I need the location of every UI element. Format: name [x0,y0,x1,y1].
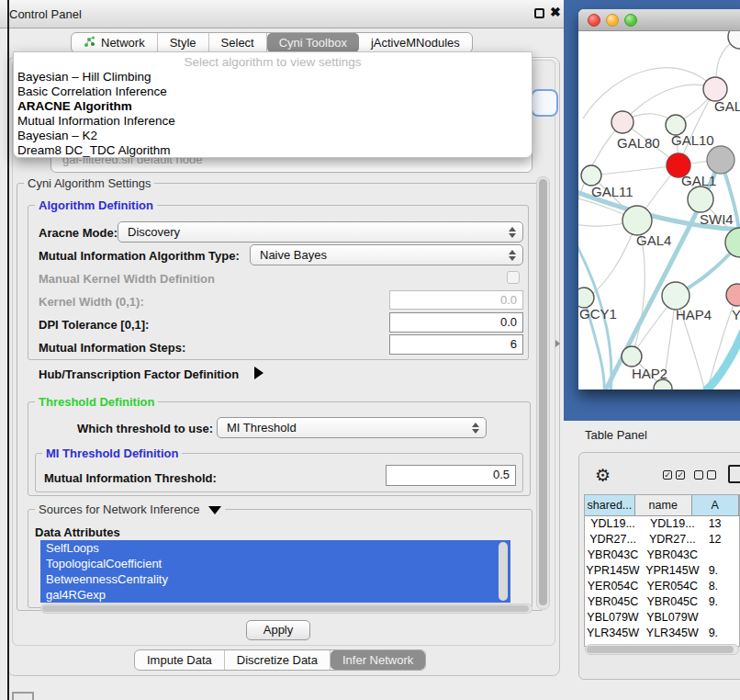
network-icon [84,36,95,51]
mi-algorithm-type-combo[interactable]: Naive Bayes [250,244,523,265]
list-item[interactable]: BetweennessCentrality [40,571,510,587]
table-cell: YER054C [585,579,641,594]
list-item[interactable]: TopologicalCoefficient [40,556,510,571]
tab-label: Style [170,36,196,50]
table-cell: 9. [704,563,739,579]
gear-icon[interactable]: ⚙ [595,465,611,486]
table-cell: YDL19... [641,516,704,532]
node-label: GAL10 [671,132,714,148]
unchecked-checkboxes-icon[interactable] [694,470,716,480]
close-icon[interactable]: ✖ [550,5,561,19]
dropdown-item-selected[interactable]: ARACNE Algorithm [14,99,532,114]
table-cell: YLR345W [641,626,704,641]
table-header-row: shared... name A [585,495,739,516]
aracne-mode-value: Discovery [128,225,180,239]
table-cell: YBR043C [641,548,704,563]
apply-button[interactable]: Apply [246,620,310,640]
table-row[interactable]: YLR345WYLR345W9. [585,626,739,641]
network-graph [578,31,740,390]
float-window-icon[interactable] [534,8,544,18]
node-label: HAP2 [632,366,667,381]
network-canvas[interactable]: GAL GAL80 GAL10 GAL1 GAL11 SWI4 GAL4 GCY… [578,31,740,390]
tab-label: Network [101,36,145,50]
sources-title: Sources for Network Inference [35,502,225,516]
table-cell: YPR145W [641,563,704,579]
mi-threshold-title: MI Threshold Definition [42,446,182,460]
tab-cyni-toolbox[interactable]: Cyni Toolbox [267,33,359,52]
tab-infer-network[interactable]: Infer Network [331,650,425,670]
algorithm-dropdown: Select algorithm to view settings Bayesi… [13,51,533,158]
table-row[interactable]: YBR043CYBR043C [585,548,739,563]
dropdown-item[interactable]: Mutual Information Inference [14,114,532,129]
dpi-tolerance-label: DPI Tolerance [0,1]: [39,318,149,332]
which-threshold-label: Which threshold to use: [77,422,213,435]
tab-impute-data[interactable]: Impute Data [135,650,225,670]
tab-jactivemnodules[interactable]: jActiveMNodules [359,33,472,52]
expand-arrow-icon[interactable] [254,367,263,379]
mi-algorithm-type-label: Mutual Information Algorithm Type: [39,249,240,263]
node-label: HAP4 [676,307,712,322]
tab-label: Infer Network [342,653,413,667]
collapse-arrow-icon[interactable] [208,506,221,514]
settings-vscrollbar-thumb[interactable] [539,179,547,605]
aracne-mode-combo[interactable]: Discovery [118,221,523,243]
dropdown-item[interactable]: Bayesian – K2 [14,129,532,143]
mi-steps-field[interactable]: 6 [389,334,523,355]
network-window-titlebar [578,9,740,31]
table-cell: 9. [704,594,739,610]
table-row[interactable]: YER054CYER054C8. [585,579,739,594]
mi-algorithm-type-value: Naive Bayes [260,248,327,262]
mi-threshold-field[interactable]: 0.5 [386,465,516,486]
focused-combo-fragment [531,89,558,117]
control-panel-titlebar: Control Panel ✖ [0,0,567,28]
gene-table[interactable]: shared... name A YDL19...YDL19...13 YDR2… [584,494,740,647]
dropdown-item[interactable]: Bayesian – Hill Climbing [14,70,532,85]
splitter-arrow-icon[interactable] [555,340,560,347]
hub-definition-label[interactable]: Hub/Transcription Factor Definition [39,367,239,381]
column-header-shared[interactable]: shared... [585,495,635,515]
settings-hscrollbar-thumb[interactable] [42,605,529,612]
dropdown-item[interactable]: Basic Correlation Inference [14,85,532,99]
table-cell: YPR145W [585,563,641,579]
tab-label: jActiveMNodules [371,36,460,50]
table-hscrollbar-thumb[interactable] [587,646,734,653]
table-cell: YBL079W [641,610,704,626]
close-traffic-light-icon[interactable] [588,14,600,27]
node-label: GAL11 [591,184,633,199]
manual-kernel-width-label: Manual Kernel Width Definition [39,272,215,286]
table-row[interactable]: YBL079WYBL079W [585,610,739,626]
tab-style[interactable]: Style [158,33,209,52]
list-item[interactable]: SelfLoops [40,540,510,556]
table-panel-title: Table Panel [585,428,647,442]
dpi-tolerance-field[interactable]: 0.0 [389,312,523,333]
checked-checkboxes-icon[interactable]: ✓✓ [663,470,685,480]
tab-network[interactable]: Network [72,33,158,52]
tab-discretize-data[interactable]: Discretize Data [225,650,331,670]
minimized-panel-icon[interactable] [12,692,34,700]
dropdown-placeholder: Select algorithm to view settings [14,52,532,70]
column-header-clipped[interactable]: A [692,495,739,515]
stepper-icon [509,222,516,242]
kernel-width-field[interactable]: 0.0 [389,290,523,310]
zoom-traffic-light-icon[interactable] [624,14,637,27]
minimize-traffic-light-icon[interactable] [606,14,619,27]
which-threshold-value: MI Threshold [227,421,297,435]
node-label: GAL [714,98,740,114]
table-row[interactable]: YDL19...YDL19...13 [585,516,739,532]
stepper-icon [509,245,516,265]
document-icon[interactable] [728,465,740,483]
table-row[interactable]: YDR27...YDR27...12 [585,532,739,548]
manual-kernel-width-checkbox[interactable] [507,271,520,284]
list-item[interactable]: gal4RGexp [40,587,510,603]
mi-threshold-label: Mutual Information Threshold: [44,471,217,485]
column-header-name[interactable]: name [635,495,692,515]
tab-select[interactable]: Select [209,33,267,52]
data-attributes-list[interactable]: SelfLoops TopologicalCoefficient Between… [40,540,510,603]
dropdown-item[interactable]: Dream8 DC_TDC Algorithm [14,143,532,158]
which-threshold-combo[interactable]: MI Threshold [217,417,487,438]
table-row[interactable]: YBR045CYBR045C9. [585,594,739,610]
table-cell: 9. [704,626,739,641]
table-row[interactable]: YPR145WYPR145W9. [585,563,739,579]
table-cell: YDR27... [641,532,704,548]
list-scrollbar[interactable] [499,542,508,601]
